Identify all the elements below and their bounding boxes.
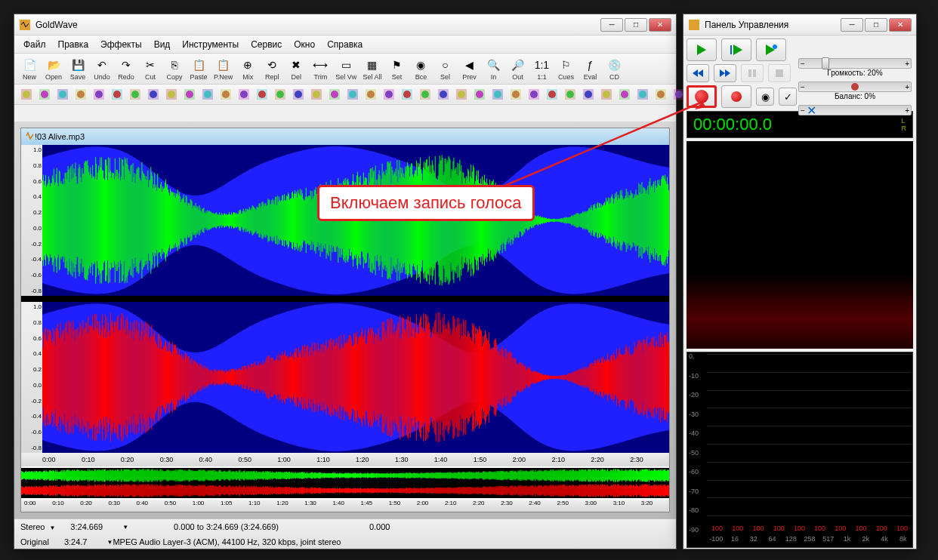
tool-sel[interactable]: ○Sel [434, 55, 456, 82]
format-dropdown[interactable]: ▼ [107, 539, 113, 546]
effect-button-23[interactable] [435, 86, 452, 103]
effect-button-16[interactable] [308, 86, 325, 103]
pause-button[interactable] [741, 64, 764, 82]
minimize-button[interactable]: ─ [600, 18, 623, 32]
menu-правка[interactable]: Правка [52, 37, 95, 52]
play-loop-button[interactable] [756, 38, 786, 61]
tool-save[interactable]: 💾Save [66, 55, 89, 82]
balance-slider[interactable]: −+ [798, 82, 912, 92]
right-channel[interactable]: 1.00.80.60.40.20.0-0.2-0.4-0.6-0.8 [21, 302, 669, 453]
svg-rect-3200 [558, 469, 559, 482]
tool-sel-vw[interactable]: ▭Sel Vw [333, 55, 359, 82]
effect-button-11[interactable] [218, 86, 234, 103]
ctrl-close-button[interactable]: ✕ [889, 18, 912, 32]
tool-eval[interactable]: ƒEval [579, 55, 601, 82]
menu-окно[interactable]: Окно [288, 37, 321, 52]
effect-button-12[interactable] [236, 86, 252, 103]
forward-button[interactable] [714, 64, 736, 82]
effect-button-3[interactable] [73, 86, 89, 103]
record-check-button[interactable]: ✓ [779, 88, 797, 106]
tool-redo[interactable]: ↷Redo [115, 55, 137, 82]
tool-sel-all[interactable]: ▦Sel All [360, 55, 384, 82]
effect-button-24[interactable] [453, 86, 470, 103]
tool-repl[interactable]: ⟲Repl [261, 55, 283, 82]
overview-waveform[interactable] [21, 468, 669, 498]
effect-button-15[interactable] [290, 86, 307, 103]
svg-rect-2196 [181, 469, 181, 482]
tool-cut[interactable]: ✂Cut [139, 55, 162, 82]
tool-mix[interactable]: ⊕Mix [236, 55, 259, 82]
tool-undo[interactable]: ↶Undo [91, 55, 113, 82]
effect-button-22[interactable] [417, 86, 434, 103]
svg-rect-1404 [393, 324, 394, 431]
maximize-button[interactable]: □ [625, 18, 647, 32]
effect-button-6[interactable] [127, 86, 143, 103]
tool-open[interactable]: 📂Open [42, 55, 65, 82]
status-channels[interactable]: Stereo▼ [20, 522, 55, 531]
svg-rect-2576 [323, 473, 324, 478]
volume-slider[interactable]: −+ [798, 58, 912, 69]
svg-rect-2823 [416, 488, 417, 493]
effect-button-14[interactable] [272, 86, 288, 103]
length-dropdown[interactable]: ▼ [122, 524, 128, 531]
menu-вид[interactable]: Вид [148, 37, 177, 52]
effect-button-19[interactable] [363, 86, 379, 103]
overview-ruler[interactable]: 0:000:100:200:300:400:501:001:051:101:20… [21, 500, 669, 512]
svg-rect-1449 [427, 316, 428, 439]
effect-button-20[interactable] [381, 86, 397, 103]
effect-button-18[interactable] [344, 86, 361, 103]
time-ruler[interactable]: 0:000:100:200:300:400:501:001:101:201:30… [21, 453, 669, 466]
tool-set[interactable]: ⚑Set [385, 55, 408, 82]
control-titlebar[interactable]: Панель Управления ─ □ ✕ [683, 14, 916, 35]
svg-rect-3118 [527, 472, 528, 479]
effect-button-21[interactable] [399, 86, 415, 103]
play-selection-button[interactable] [721, 38, 751, 61]
tool-copy[interactable]: ⎘Copy [163, 55, 186, 82]
tool-paste[interactable]: 📋Paste [187, 55, 210, 82]
svg-rect-430 [295, 194, 296, 247]
stop-button[interactable] [768, 64, 791, 82]
tool-prev[interactable]: ◀Prev [458, 55, 480, 82]
svg-rect-2216 [187, 472, 188, 480]
menu-файл[interactable]: Файл [17, 37, 52, 52]
tool-trim[interactable]: ⟷Trim [309, 55, 332, 82]
main-titlebar[interactable]: GoldWave ─ □ ✕ [14, 14, 676, 35]
svg-rect-3159 [542, 487, 543, 495]
effect-button-10[interactable] [199, 86, 216, 103]
effect-button-5[interactable] [109, 86, 125, 103]
tool-1-1[interactable]: 1:11:1 [530, 55, 553, 82]
svg-rect-1539 [495, 339, 495, 416]
effect-button-0[interactable] [18, 86, 35, 103]
effect-button-1[interactable] [36, 86, 53, 103]
tool--[interactable]: ◉Все [409, 55, 432, 82]
svg-rect-247 [159, 189, 159, 253]
effect-button-4[interactable] [91, 86, 107, 103]
record-new-button[interactable] [721, 85, 751, 108]
record-settings-button[interactable]: ◉ [756, 88, 774, 106]
menu-эффекты[interactable]: Эффекты [94, 37, 148, 52]
svg-rect-1693 [609, 362, 610, 392]
effect-button-17[interactable] [326, 86, 343, 103]
tool-del[interactable]: ✖Del [285, 55, 307, 82]
effect-button-13[interactable] [254, 86, 270, 103]
effect-button-2[interactable] [54, 86, 71, 103]
play-button[interactable] [687, 38, 717, 61]
tool-cues[interactable]: ⚐Cues [554, 55, 577, 82]
close-button[interactable]: ✕ [649, 18, 671, 32]
speed-slider[interactable]: −✕+ [798, 105, 912, 115]
effect-button-7[interactable] [145, 86, 162, 103]
tool-out[interactable]: 🔎Out [506, 55, 529, 82]
tool-new[interactable]: 📄New [18, 55, 41, 82]
tool-p-new[interactable]: 📋P.New [211, 55, 235, 82]
tool-in[interactable]: 🔍In [482, 55, 504, 82]
rewind-button[interactable] [687, 64, 709, 82]
menu-инструменты[interactable]: Инструменты [176, 37, 245, 52]
svg-rect-3070 [509, 471, 510, 481]
tool-cd[interactable]: 💿CD [603, 55, 625, 82]
ctrl-minimize-button[interactable]: ─ [841, 18, 863, 32]
effect-button-9[interactable] [181, 86, 198, 103]
menu-сервис[interactable]: Сервис [245, 37, 288, 52]
menu-справка[interactable]: Справка [321, 37, 369, 52]
effect-button-8[interactable] [163, 86, 180, 103]
ctrl-maximize-button[interactable]: □ [865, 18, 887, 32]
